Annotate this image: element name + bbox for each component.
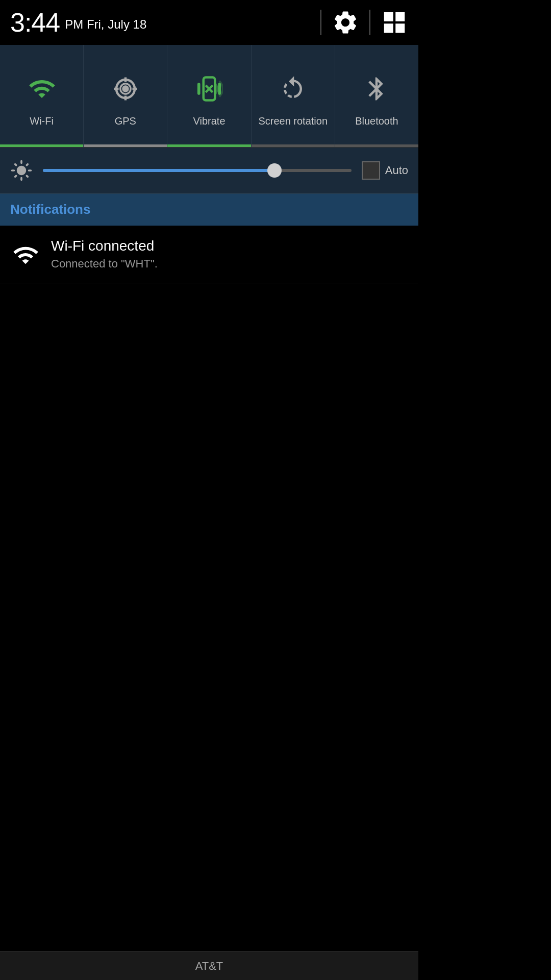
grid-icon[interactable] [381,9,408,36]
qs-tile-bluetooth[interactable]: Bluetooth [335,45,418,147]
quick-settings-panel: Wi-Fi GPS [0,45,418,148]
gps-indicator [84,144,167,147]
qs-wifi-label: Wi-Fi [30,115,54,127]
qs-gps-label: GPS [115,115,136,127]
carrier-bar: AT&T [0,951,418,980]
qs-vibrate-label: Vibrate [193,115,226,127]
status-divider-2 [369,10,370,35]
notification-title: Wi-Fi connected [51,238,408,254]
brightness-row: Auto [0,148,418,193]
qs-rotation-label: Screen rotation [258,115,328,127]
auto-brightness-area[interactable]: Auto [362,161,408,180]
bluetooth-indicator [335,144,418,147]
notification-content: Wi-Fi connected Connected to "WHT". [51,238,408,271]
vibrate-icon [195,75,223,109]
auto-label: Auto [385,164,408,177]
settings-icon[interactable] [332,9,359,36]
qs-tile-wifi[interactable]: Wi-Fi [0,45,84,147]
vibrate-indicator [167,144,251,147]
notifications-title: Notifications [10,202,90,217]
qs-tile-gps[interactable]: GPS [84,45,167,147]
carrier-name: AT&T [195,960,223,973]
notifications-header: Notifications [0,193,418,226]
notification-wifi-icon [10,240,41,271]
notification-item-wifi[interactable]: Wi-Fi connected Connected to "WHT". [0,226,418,283]
status-bar: 3:44 PM Fri, July 18 [0,0,418,45]
wifi-icon [28,75,56,109]
notification-subtitle: Connected to "WHT". [51,257,408,271]
qs-tile-rotation[interactable]: Screen rotation [252,45,335,147]
qs-tile-vibrate[interactable]: Vibrate [167,45,251,147]
brightness-icon [10,159,33,182]
gps-icon [112,75,139,109]
rotation-indicator [252,144,335,147]
empty-area [0,283,418,743]
status-time: 3:44 [10,7,60,38]
auto-checkbox[interactable] [362,161,380,180]
svg-point-0 [122,85,129,92]
status-divider-1 [320,10,321,35]
wifi-indicator [0,144,83,147]
brightness-slider[interactable] [43,169,352,172]
status-right-icons [320,9,408,36]
status-time-detail: PM Fri, July 18 [65,17,146,32]
bluetooth-icon [363,75,390,109]
brightness-fill [43,169,274,172]
rotation-icon [279,75,307,109]
brightness-thumb [267,163,282,178]
qs-bluetooth-label: Bluetooth [355,115,398,127]
